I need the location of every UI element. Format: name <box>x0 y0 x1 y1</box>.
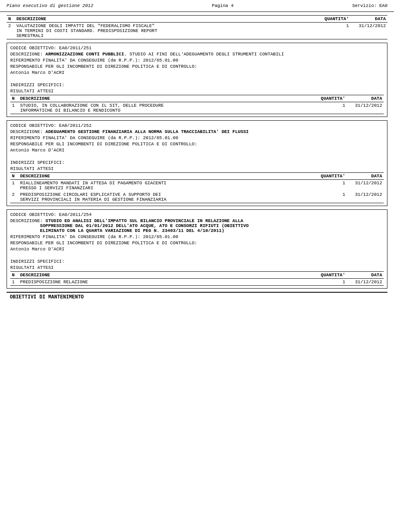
col-n: N <box>10 95 18 102</box>
codice-label-254: CODICE OBIETTIVO: EA0/2011/254 <box>10 212 384 217</box>
responsabile-name-254: Antonio Marco D'ACRI <box>10 247 384 252</box>
row-descrizione: VALUTAZIONE DEGLI IMPATTI DEL "FEDERALIS… <box>15 23 318 39</box>
footer-section: OBIETTIVI DI MANTENIMENTO <box>7 292 387 302</box>
table-row: 2 VALUTAZIONE DEGLI IMPATTI DEL "FEDERAL… <box>7 23 387 39</box>
row-descrizione: RIALLINEAMENTO MANDATI IN ATTESA DI PAGA… <box>18 180 314 192</box>
section-251: CODICE OBIETTIVO: EA0/2011/251 DESCRIZIO… <box>7 43 387 117</box>
row-quantita: 1 <box>314 191 347 203</box>
row-descrizione: STUDIO, IN COLLABORAZIONE CON IL SIT, DE… <box>18 102 314 114</box>
col-n: N <box>10 272 18 279</box>
results-table-254: N DESCRIZIONE QUANTITA' DATA 1 PREDISPOS… <box>10 271 384 286</box>
row-quantita: 1 <box>314 180 347 192</box>
results-table-251: N DESCRIZIONE QUANTITA' DATA 1 STUDIO, I… <box>10 95 384 114</box>
responsabile-name-251: Antonio Marco D'ACRI <box>10 70 384 75</box>
codice-label-252: CODICE OBIETTIVO: EA0/2011/252 <box>10 123 384 128</box>
results-table-252: N DESCRIZIONE QUANTITA' DATA 1 RIALLINEA… <box>10 172 384 203</box>
risultati-252: RISULTATI ATTESI <box>10 166 384 171</box>
col-descrizione: DESCRIZIONE <box>15 16 318 23</box>
col-n: N <box>10 173 18 180</box>
row-quantita: 1 <box>318 23 350 39</box>
col-quantita: QUANTITA' <box>314 272 347 279</box>
riferimento-251: RIFERIMENTO FINALITA' DA CONSEGUIRE (da … <box>10 58 384 63</box>
indirizzi-251: INDIRIZZI SPECIFICI: <box>10 83 384 87</box>
risultati-254: RISULTATI ATTESI <box>10 265 384 270</box>
row-n: 1 <box>10 102 18 114</box>
obiettivi-label: OBIETTIVI DI MANTENIMENTO <box>10 294 84 300</box>
col-descrizione: DESCRIZIONE <box>18 272 314 279</box>
row-descrizione: PREDISPOSIZIONE CIRCOLARI ESPLICATIVE A … <box>18 191 314 203</box>
col-quantita: QUANTITA' <box>318 16 350 23</box>
table-row: 1 STUDIO, IN COLLABORAZIONE CON IL SIT, … <box>10 102 384 114</box>
page-header: Piano esecutivo di gestione 2012 Pagina … <box>0 0 394 12</box>
table-row: 2 PREDISPOSIZIONE CIRCOLARI ESPLICATIVE … <box>10 191 384 203</box>
responsabile-label-254: RESPONSABILE PER GLI INCOMBENTI DI DIREZ… <box>10 241 384 245</box>
row-n: 1 <box>10 279 18 286</box>
col-n: N <box>7 16 15 23</box>
col-data: DATA <box>347 95 384 102</box>
page-title: Piano esecutivo di gestione 2012 <box>7 3 93 8</box>
row-data: 31/12/2012 <box>347 279 384 286</box>
top-table: N DESCRIZIONE QUANTITA' DATA 2 VALUTAZIO… <box>7 15 387 39</box>
service-label: Servizio: EA0 <box>352 3 387 8</box>
risultati-251: RISULTATI ATTESI <box>10 89 384 94</box>
section-254: CODICE OBIETTIVO: EA0/2011/254 DESCRIZIO… <box>7 209 387 289</box>
row-n: 1 <box>10 180 18 192</box>
row-descrizione: PREDISPOSIZIONE RELAZIONE <box>18 279 314 286</box>
row-data: 31/12/2012 <box>350 23 387 39</box>
col-descrizione: DESCRIZIONE <box>18 173 314 180</box>
page-content: N DESCRIZIONE QUANTITA' DATA 2 VALUTAZIO… <box>0 12 394 305</box>
col-data: DATA <box>350 16 387 23</box>
section-252: CODICE OBIETTIVO: EA0/2011/252 DESCRIZIO… <box>7 120 387 206</box>
descrizione-252: DESCRIZIONE: ADEGUAMENTO GESTIONE FINANZ… <box>10 129 384 134</box>
riferimento-254: RIFERIMENTO FINALITA' DA CONSEGUIRE (da … <box>10 234 384 239</box>
descrizione-251: DESCRIZIONE: ARMONIZZAZIONE CONTI PUBBLI… <box>10 52 384 57</box>
responsabile-name-252: Antonio Marco D'ACRI <box>10 148 384 153</box>
col-data: DATA <box>347 173 384 180</box>
col-descrizione: DESCRIZIONE <box>18 95 314 102</box>
col-quantita: QUANTITA' <box>314 173 347 180</box>
page-number: Pagina 4 <box>212 3 234 8</box>
riferimento-252: RIFERIMENTO FINALITA' DA CONSEGUIRE (da … <box>10 135 384 140</box>
row-quantita: 1 <box>314 279 347 286</box>
responsabile-label-252: RESPONSABILE PER GLI INCOMBENTI DI DIREZ… <box>10 142 384 147</box>
indirizzi-252: INDIRIZZI SPECIFICI: <box>10 160 384 165</box>
row-data: 31/12/2012 <box>347 180 384 192</box>
row-n: 2 <box>7 23 15 39</box>
indirizzi-254: INDIRIZZI SPECIFICI: <box>10 259 384 264</box>
row-quantita: 1 <box>314 102 347 114</box>
codice-label-251: CODICE OBIETTIVO: EA0/2011/251 <box>10 46 384 50</box>
row-n: 2 <box>10 191 18 203</box>
descrizione-254: DESCRIZIONE: STUDIO ED ANALISI DELL'IMPA… <box>10 218 384 233</box>
row-data: 31/12/2012 <box>347 102 384 114</box>
col-quantita: QUANTITA' <box>314 95 347 102</box>
col-data: DATA <box>347 272 384 279</box>
table-row: 1 PREDISPOSIZIONE RELAZIONE 1 31/12/2012 <box>10 279 384 286</box>
table-row: 1 RIALLINEAMENTO MANDATI IN ATTESA DI PA… <box>10 180 384 192</box>
row-data: 31/12/2012 <box>347 191 384 203</box>
responsabile-label-251: RESPONSABILE PER GLI INCOMBENTI DI DIREZ… <box>10 64 384 69</box>
